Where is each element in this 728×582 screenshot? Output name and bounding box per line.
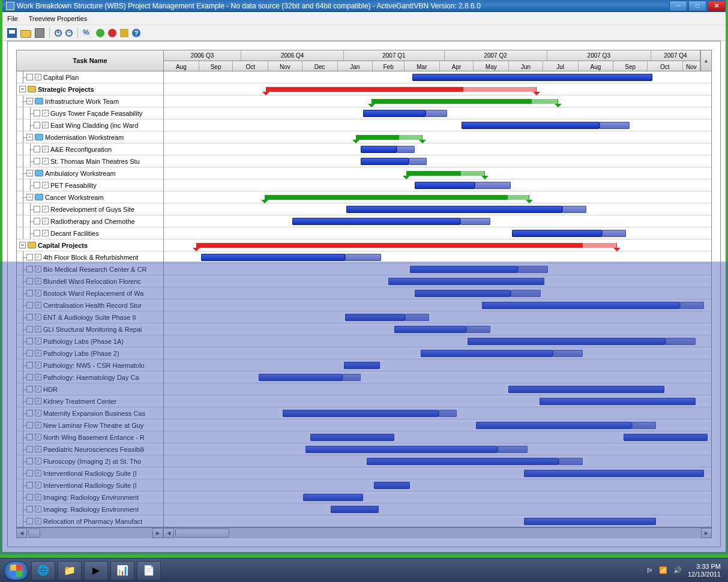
tree-row[interactable]: ✓St. Thomas Main Theatres Stu — [17, 155, 163, 167]
taskbar-app-icon[interactable]: 📊 — [110, 561, 134, 580]
summary-bar[interactable] — [406, 171, 461, 176]
chart-row[interactable] — [164, 503, 711, 515]
summary-bar[interactable] — [196, 243, 583, 248]
clock[interactable]: 3:33 PM 12/13/2011 — [688, 563, 721, 578]
chart-row[interactable] — [164, 71, 711, 83]
collapse-toggle[interactable]: − — [19, 242, 26, 248]
chart-row[interactable] — [164, 395, 711, 407]
tree-row[interactable]: ✓4th Floor Block & Refurbishment — [17, 251, 163, 263]
tree-row[interactable]: ✓Pathology: NW5 - CSR Haematolo — [17, 359, 163, 371]
tree-row[interactable]: −Infrastructure Work Team — [17, 95, 163, 107]
task-bar[interactable] — [346, 206, 562, 213]
save-icon[interactable] — [7, 28, 17, 38]
task-bar[interactable] — [415, 290, 511, 297]
task-bar[interactable] — [460, 218, 490, 225]
chart-row[interactable] — [164, 515, 711, 527]
yellow-flag-icon[interactable] — [120, 29, 128, 37]
tray-network-icon[interactable]: 📶 — [659, 566, 667, 574]
tree-row[interactable]: ✓New Laminar Flow Theatre at Guy — [17, 419, 163, 431]
red-flag-icon[interactable] — [108, 29, 116, 37]
checkbox[interactable] — [26, 266, 33, 272]
checkbox[interactable] — [26, 290, 33, 296]
chart-row[interactable] — [164, 335, 711, 347]
task-bar[interactable] — [343, 374, 361, 381]
task-bar[interactable] — [310, 434, 394, 441]
task-bar[interactable] — [600, 122, 630, 129]
tree-row[interactable]: ✓Pathology Labs (Phase 2) — [17, 347, 163, 359]
checkbox[interactable] — [26, 458, 33, 464]
chart-row[interactable] — [164, 263, 711, 275]
task-bar[interactable] — [602, 230, 626, 237]
help-icon[interactable]: ? — [132, 29, 140, 37]
task-bar[interactable] — [508, 386, 664, 393]
task-bar[interactable] — [305, 446, 498, 453]
task-bar[interactable] — [367, 458, 559, 465]
tree-row[interactable]: ✓North Wing Basement Entance - R — [17, 431, 163, 443]
maximize-button[interactable]: □ — [688, 1, 706, 11]
collapse-toggle[interactable]: − — [26, 98, 33, 104]
task-bar[interactable] — [439, 410, 457, 417]
task-bar[interactable] — [421, 350, 553, 357]
checkbox[interactable] — [26, 350, 33, 356]
chart-row[interactable] — [164, 95, 711, 107]
start-button[interactable] — [4, 561, 29, 580]
system-tray[interactable]: 🏳 📶 🔊 3:33 PM 12/13/2011 — [646, 563, 728, 578]
chart-row[interactable] — [164, 383, 711, 395]
task-bar[interactable] — [512, 230, 602, 237]
checkbox[interactable] — [26, 410, 33, 416]
checkbox[interactable] — [34, 182, 40, 188]
tree-row[interactable]: ✓Bio Medical Research Center & CR — [17, 263, 163, 275]
tree-row[interactable]: ✓Paediatric Neurosciences Feasibili — [17, 443, 163, 455]
chart-row[interactable] — [164, 131, 711, 143]
chart-row[interactable] — [164, 419, 711, 431]
taskbar-explorer-icon[interactable]: 📁 — [58, 561, 82, 580]
chart-row[interactable] — [164, 179, 711, 191]
summary-bar[interactable] — [372, 99, 532, 104]
checkbox[interactable] — [26, 518, 33, 524]
zoom-out-icon[interactable] — [65, 29, 73, 37]
task-bar[interactable] — [405, 314, 429, 321]
chart-row[interactable] — [164, 275, 711, 287]
tree-row[interactable]: −Cancer Workstream — [17, 191, 163, 203]
task-bar[interactable] — [624, 434, 708, 441]
task-bar[interactable] — [409, 158, 427, 165]
task-bar[interactable] — [345, 314, 405, 321]
tree-row[interactable]: ✓Maternity Expansion Business Cas — [17, 407, 163, 419]
checkbox[interactable] — [34, 110, 40, 116]
chart-row[interactable] — [164, 191, 711, 203]
chart-row[interactable] — [164, 443, 711, 455]
task-bar[interactable] — [201, 254, 345, 261]
taskbar-ie-icon[interactable]: 🌐 — [31, 561, 55, 580]
task-bar[interactable] — [426, 110, 447, 117]
checkbox[interactable] — [26, 494, 33, 500]
summary-bar[interactable] — [356, 135, 399, 140]
task-bar[interactable] — [397, 146, 415, 153]
menu-treeview[interactable]: Treeview Properties — [29, 15, 87, 22]
print-icon[interactable] — [35, 28, 44, 38]
checkbox[interactable] — [26, 482, 33, 488]
chart-row[interactable] — [164, 455, 711, 467]
scroll-thumb[interactable] — [175, 529, 229, 538]
task-bar[interactable] — [415, 182, 475, 189]
tree-row[interactable]: ✓GLI Structural Monitoring & Repai — [17, 323, 163, 335]
task-tree[interactable]: ✓Capital Plan−Strategic Projects−Infrast… — [17, 71, 164, 527]
tree-row[interactable]: −Modernisation Workstream — [17, 131, 163, 143]
zoom-in-icon[interactable] — [55, 29, 62, 37]
task-bar[interactable] — [361, 146, 397, 153]
task-bar[interactable] — [363, 110, 426, 117]
chart-row[interactable] — [164, 239, 711, 251]
chart-row[interactable] — [164, 83, 711, 95]
task-bar[interactable] — [331, 506, 379, 513]
chart-row[interactable] — [164, 323, 711, 335]
checkbox[interactable] — [26, 254, 33, 260]
task-bar[interactable] — [475, 182, 511, 189]
menu-file[interactable]: File — [7, 15, 18, 22]
tree-row[interactable]: ✓HDR — [17, 383, 163, 395]
task-bar[interactable] — [476, 422, 632, 429]
scroll-thumb[interactable] — [28, 529, 40, 538]
chart-row[interactable] — [164, 251, 711, 263]
percent-icon[interactable]: % — [83, 28, 92, 38]
scroll-up-button[interactable] — [700, 50, 711, 71]
checkbox[interactable] — [34, 218, 40, 224]
task-bar[interactable] — [388, 278, 544, 285]
